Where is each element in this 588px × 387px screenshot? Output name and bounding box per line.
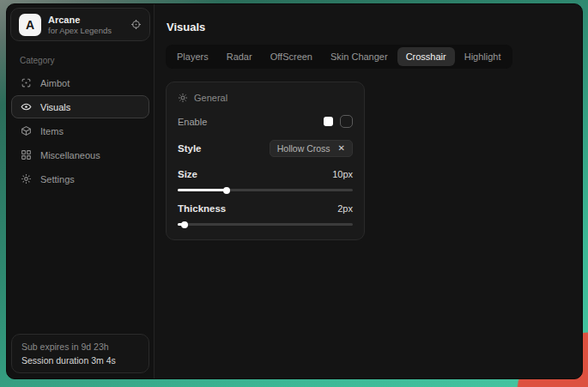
thickness-slider[interactable] [178, 223, 353, 226]
sidebar-item-label: Aimbot [40, 78, 70, 88]
thickness-row: Thickness 2px [178, 203, 353, 214]
tab-skin-changer[interactable]: Skin Changer [322, 47, 397, 66]
size-label: Size [178, 169, 197, 179]
sidebar-item-settings[interactable]: Settings [11, 167, 149, 190]
visuals-tab-bar: Players Radar OffScreen Skin Changer Cro… [166, 45, 512, 69]
sidebar-item-label: Settings [40, 174, 75, 184]
thickness-value: 2px [337, 203, 353, 214]
sidebar-item-label: Visuals [40, 102, 70, 112]
items-box-icon [21, 125, 32, 136]
enable-row: Enable [178, 115, 353, 128]
settings-gear-icon [21, 173, 32, 184]
sidebar-item-items[interactable]: Items [11, 119, 149, 142]
enable-controls [324, 115, 353, 128]
page-title: Visuals [167, 21, 571, 33]
enable-checkbox[interactable] [340, 115, 353, 128]
sidebar-item-label: Items [40, 126, 64, 136]
size-slider-thumb[interactable] [223, 187, 230, 194]
sidebar-item-label: Miscellaneous [40, 150, 100, 160]
enable-label: Enable [178, 117, 207, 127]
style-row: Style Hollow Cross ✕ [178, 140, 353, 157]
style-select-tag[interactable]: Hollow Cross ✕ [270, 140, 353, 157]
size-value: 10px [332, 169, 353, 179]
misc-grid-icon [21, 149, 32, 160]
style-value: Hollow Cross [277, 143, 330, 154]
thickness-label: Thickness [178, 203, 226, 214]
app-window: A Arcane for Apex Legends Category [6, 3, 583, 379]
remove-style-icon[interactable]: ✕ [338, 144, 345, 153]
tab-radar[interactable]: Radar [218, 47, 261, 66]
app-header-card: A Arcane for Apex Legends [10, 8, 150, 41]
sidebar-item-visuals[interactable]: Visuals [11, 95, 149, 118]
general-gear-icon [178, 93, 188, 103]
sidebar: A Arcane for Apex Legends Category [7, 4, 155, 378]
tab-players[interactable]: Players [168, 47, 217, 66]
tab-offscreen[interactable]: OffScreen [262, 47, 321, 66]
tab-crosshair[interactable]: Crosshair [397, 47, 455, 66]
app-title: Arcane [48, 15, 112, 25]
size-row: Size 10px [178, 169, 353, 179]
main-content: Visuals Players Radar OffScreen Skin Cha… [155, 4, 582, 378]
category-label: Category [20, 56, 154, 65]
thickness-slider-thumb[interactable] [181, 221, 188, 228]
crosshair-color-swatch[interactable] [324, 117, 333, 126]
size-slider-fill [178, 189, 227, 191]
session-duration-text: Session duration 3m 4s [21, 355, 139, 366]
target-icon[interactable] [130, 19, 142, 30]
aimbot-crosshair-icon [21, 77, 32, 88]
size-slider[interactable] [178, 189, 353, 191]
subscription-info-card: Sub expires in 9d 23h Session duration 3… [11, 334, 149, 373]
general-panel: General Enable Style Hollow Cross ✕ Size… [166, 82, 365, 240]
sub-expires-text: Sub expires in 9d 23h [21, 342, 139, 352]
panel-header: General [178, 93, 353, 103]
visuals-eye-icon [21, 101, 32, 112]
app-header-text: Arcane for Apex Legends [48, 15, 112, 35]
app-subtitle: for Apex Legends [48, 26, 112, 35]
style-label: Style [178, 143, 202, 154]
app-logo: A [19, 14, 41, 36]
panel-title: General [194, 93, 227, 103]
tab-highlight[interactable]: Highlight [456, 47, 510, 66]
sidebar-item-miscellaneous[interactable]: Miscellaneous [11, 143, 149, 166]
sidebar-item-aimbot[interactable]: Aimbot [11, 71, 149, 94]
